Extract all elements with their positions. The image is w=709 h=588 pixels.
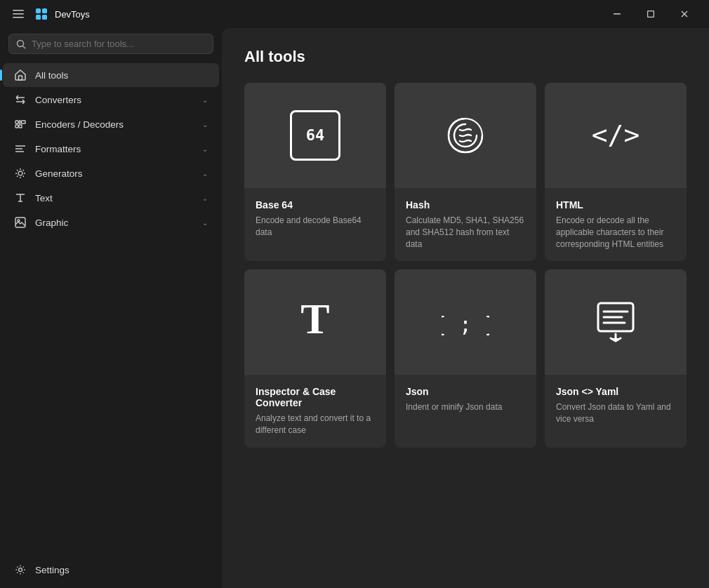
sidebar-item-all-tools-label: All tools [35,70,208,81]
sidebar-item-formatters[interactable]: Formatters ⌄ [3,137,219,161]
tool-card-icon-area-hash [395,83,536,188]
sidebar-item-generators-label: Generators [35,168,194,179]
svg-point-11 [18,40,24,46]
svg-text:</>: </> [592,119,640,150]
tool-card-html[interactable]: </> HTML Encode or decode all the applic… [545,83,687,261]
json-icon: { ; } [442,298,489,346]
sidebar-item-converters-label: Converters [35,95,194,105]
svg-rect-2 [13,17,24,18]
tool-card-title-json: Json [406,386,525,397]
tool-card-icon-area-json-yaml [545,269,687,375]
search-box[interactable] [8,34,213,54]
svg-rect-3 [36,8,41,13]
html-icon: </> [592,112,640,159]
titlebar: DevToys [0,0,709,28]
base64-icon: 64 [290,110,340,161]
svg-rect-13 [19,76,22,80]
tool-card-icon-area-base64: 64 [244,83,386,188]
hamburger-menu[interactable] [8,4,28,24]
page-title: All tools [244,48,687,66]
svg-point-22 [18,171,22,175]
formatters-icon [14,142,27,155]
window-controls [601,3,701,25]
sidebar-item-graphic[interactable]: Graphic ⌄ [3,211,219,234]
svg-rect-8 [648,11,654,18]
svg-rect-1 [13,13,24,15]
tool-card-desc-json: Indent or minify Json data [406,401,525,413]
tool-card-desc-json-yaml: Convert Json data to Yaml and vice versa [556,401,675,425]
sidebar-item-encoders-label: Encoders / Decoders [35,119,194,130]
tool-card-title-json-yaml: Json <> Yaml [556,386,675,397]
tool-card-title-inspector: Inspector & Case Converter [256,386,375,408]
tool-card-icon-area-json: { ; } [395,269,536,375]
chevron-down-icon: ⌄ [202,219,208,227]
svg-rect-14 [15,121,18,123]
tool-card-title-hash: Hash [406,199,525,211]
sidebar-item-generators[interactable]: Generators ⌄ [3,161,219,185]
tool-card-body-json-yaml: Json <> Yaml Convert Json data to Yaml a… [545,375,687,436]
chevron-down-icon: ⌄ [202,170,208,178]
chevron-down-icon: ⌄ [202,96,208,104]
sidebar-item-graphic-label: Graphic [35,218,194,228]
app-title: DevToys [55,9,90,20]
tool-card-icon-area-html: </> [545,83,687,188]
tool-card-base64[interactable]: 64 Base 64 Encode and decode Base64 data [244,83,386,261]
graphic-icon [14,216,27,229]
settings-icon [14,563,27,576]
sidebar-item-formatters-label: Formatters [35,144,194,154]
svg-rect-5 [36,15,41,20]
tool-card-body-html: HTML Encode or decode all the applicable… [545,188,687,261]
restore-button[interactable] [635,3,667,25]
app-icon [35,8,48,20]
tool-card-json-yaml[interactable]: Json <> Yaml Convert Json data to Yaml a… [545,269,687,448]
svg-rect-6 [42,15,47,20]
jsonyaml-icon [591,298,640,347]
home-icon [14,69,27,81]
tool-card-desc-html: Encode or decode all the applicable char… [556,215,675,250]
tool-card-title-base64: Base 64 [256,199,375,211]
text-icon [14,192,27,204]
tool-card-inspector[interactable]: T Inspector & Case Converter Analyze tex… [244,269,386,448]
tool-card-desc-base64: Encode and decode Base64 data [256,215,375,239]
close-button[interactable] [668,3,701,25]
chevron-down-icon: ⌄ [202,194,208,202]
nav-items: All tools Converters ⌄ [0,62,222,557]
search-container [0,28,222,62]
svg-rect-17 [19,125,22,128]
svg-line-12 [23,46,26,48]
sidebar-item-encoders[interactable]: Encoders / Decoders ⌄ [3,112,219,136]
main-layout: All tools Converters ⌄ [0,28,709,588]
hash-icon [442,112,489,159]
svg-rect-4 [42,8,47,13]
svg-rect-0 [13,10,24,11]
search-icon [16,39,26,49]
encoders-icon [14,118,27,131]
chevron-down-icon: ⌄ [202,121,208,128]
search-input[interactable] [32,39,206,49]
tool-card-hash[interactable]: Hash Calculate MD5, SHA1, SHA256 and SHA… [395,83,536,261]
svg-point-25 [19,568,22,572]
sidebar-item-text-label: Text [35,193,194,203]
tool-card-body-inspector: Inspector & Case Converter Analyze text … [244,375,386,448]
tool-card-desc-hash: Calculate MD5, SHA1, SHA256 and SHA512 h… [406,215,525,250]
svg-rect-15 [15,125,18,128]
tools-grid: 64 Base 64 Encode and decode Base64 data… [244,83,687,448]
generators-icon [14,167,27,180]
sidebar-item-settings-label: Settings [35,565,208,575]
tool-card-desc-inspector: Analyze text and convert it to a differe… [256,413,375,436]
sidebar-item-all-tools[interactable]: All tools [3,63,219,87]
content-area: All tools 64 Base 64 Encode and decode B… [222,28,709,588]
svg-rect-16 [19,121,20,123]
sidebar: All tools Converters ⌄ [0,28,222,588]
tool-card-json[interactable]: { ; } Json Indent or minify Json data [395,269,536,448]
svg-text:T: T [300,298,329,342]
minimize-button[interactable] [601,3,633,25]
tool-card-body-hash: Hash Calculate MD5, SHA1, SHA256 and SHA… [395,188,536,261]
tool-card-icon-area-inspector: T [244,269,386,375]
chevron-down-icon: ⌄ [202,145,208,153]
sidebar-item-converters[interactable]: Converters ⌄ [3,88,219,112]
sidebar-item-settings[interactable]: Settings [3,558,219,582]
sidebar-item-text[interactable]: Text ⌄ [3,186,219,210]
svg-rect-18 [22,121,26,123]
tool-card-body-json: Json Indent or minify Json data [395,375,536,425]
